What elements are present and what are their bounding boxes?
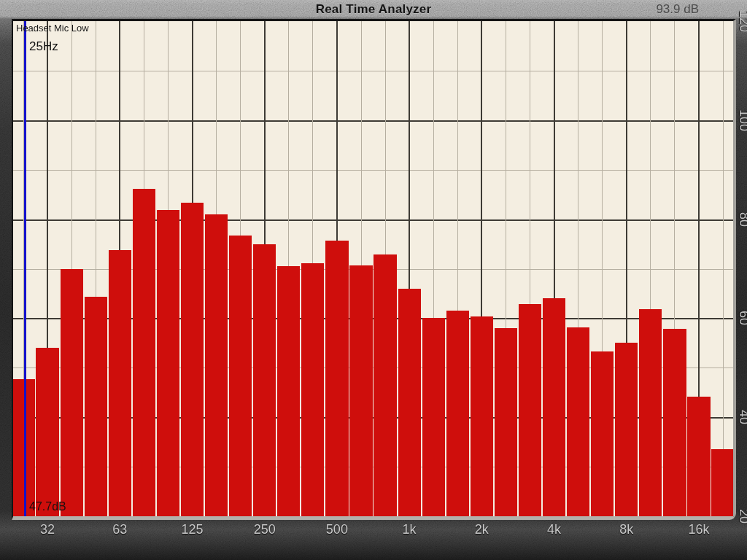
- rta-bar-6.3k[interactable]: [591, 351, 614, 516]
- rta-bar-3.15k[interactable]: [519, 304, 541, 516]
- rta-bar-160[interactable]: [205, 214, 228, 516]
- rta-plot-surface[interactable]: Headset Mic Low 25Hz 47.7dB: [13, 21, 733, 516]
- rta-bar-20k[interactable]: [711, 449, 733, 516]
- rta-bar-630[interactable]: [349, 265, 372, 516]
- cursor-frequency-label: 25Hz: [29, 39, 58, 54]
- x-tick-label-4k: 4k: [531, 522, 578, 537]
- x-tick-label-63: 63: [96, 522, 143, 537]
- rta-bar-250[interactable]: [253, 244, 276, 516]
- x-tick-label-1k: 1k: [386, 522, 433, 537]
- x-tick-label-500: 500: [314, 522, 360, 537]
- rta-bar-200[interactable]: [229, 236, 252, 516]
- spl-level-readout: 93.9 dB: [656, 1, 699, 18]
- y-tick-label-100: 100: [737, 104, 747, 136]
- h-gridline-100: [13, 120, 733, 122]
- rta-bar-1.6k[interactable]: [446, 311, 469, 517]
- rta-bar-1.25k[interactable]: [422, 318, 445, 516]
- window-title: Real Time Analyzer: [0, 1, 747, 18]
- x-tick-label-32: 32: [24, 522, 71, 537]
- rta-bar-5k[interactable]: [567, 327, 589, 516]
- v-gridline-20k: [723, 21, 724, 516]
- x-tick-label-16k: 16k: [676, 522, 722, 537]
- y-tick-label-80: 80: [737, 203, 747, 236]
- cursor-value-label: 47.7dB: [29, 500, 66, 513]
- band-cursor-line[interactable]: [24, 21, 26, 516]
- rta-bar-40[interactable]: [61, 269, 83, 516]
- rta-bar-500[interactable]: [325, 241, 348, 516]
- y-tick-label-40: 40: [737, 401, 747, 433]
- y-tick-label-20: 20: [737, 500, 747, 532]
- input-source-label: Headset Mic Low: [16, 23, 89, 34]
- x-tick-label-250: 250: [241, 522, 288, 537]
- h-gridline-80: [13, 219, 733, 221]
- rta-bar-12.5k[interactable]: [663, 329, 686, 516]
- rta-bar-10k[interactable]: [639, 309, 662, 517]
- rta-bar-100[interactable]: [157, 210, 179, 516]
- h-gridline-90: [13, 170, 733, 171]
- h-gridline-110: [13, 71, 733, 71]
- x-tick-label-2k: 2k: [458, 522, 505, 537]
- rta-bar-50[interactable]: [85, 297, 107, 517]
- rta-bar-2.5k[interactable]: [495, 328, 517, 516]
- rta-bar-2k[interactable]: [471, 316, 493, 516]
- rta-bar-16k[interactable]: [687, 397, 710, 516]
- rta-bar-31.5[interactable]: [36, 348, 58, 517]
- y-tick-label-120: 120: [737, 5, 747, 37]
- rta-app-window: Real Time Analyzer 93.9 dB Headset Mic L…: [0, 0, 747, 560]
- rta-bar-80[interactable]: [133, 189, 155, 517]
- x-tick-label-8k: 8k: [603, 522, 650, 537]
- x-tick-label-125: 125: [169, 522, 216, 537]
- y-tick-label-60: 60: [737, 302, 747, 334]
- rta-bar-63[interactable]: [109, 250, 131, 516]
- rta-plot-frame: Headset Mic Low 25Hz 47.7dB: [12, 19, 736, 520]
- rta-bar-800[interactable]: [374, 254, 396, 516]
- rta-bar-400[interactable]: [301, 263, 324, 516]
- rta-bar-315[interactable]: [277, 266, 300, 516]
- rta-bar-1k[interactable]: [398, 289, 421, 516]
- rta-bar-8k[interactable]: [615, 343, 638, 516]
- rta-bar-125[interactable]: [181, 203, 204, 516]
- rta-bar-4k[interactable]: [543, 298, 565, 516]
